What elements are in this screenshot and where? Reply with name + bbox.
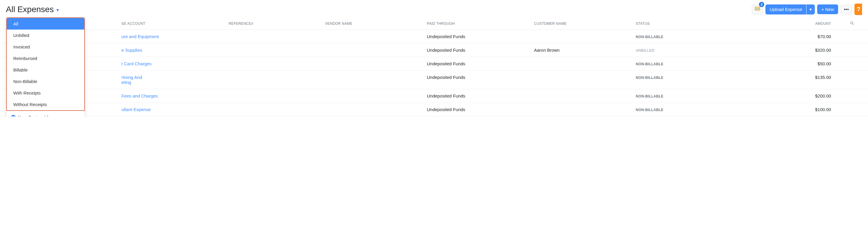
caret-down-icon: ▾ <box>809 7 812 12</box>
amount-cell: $70.00 <box>817 34 831 39</box>
amount-cell: $320.00 <box>815 47 831 53</box>
new-button[interactable]: + New <box>817 4 838 14</box>
amount-cell: $135.00 <box>815 75 831 80</box>
new-custom-view-button[interactable]: + New Custom View <box>6 111 85 116</box>
filter-item-unbilled[interactable]: Unbilled <box>7 30 84 41</box>
inbox-badge: 2 <box>759 2 764 7</box>
th-paid-through[interactable]: PAID THROUGH <box>423 18 530 30</box>
expense-account-link[interactable]: ure and Equipment <box>122 34 159 39</box>
filter-item-label: All <box>13 21 18 26</box>
table-row[interactable]: Fees and ChargesUndeposited FundsNON-BIL… <box>0 89 868 103</box>
filter-dropdown: AllUnbilledInvoicedReimbursedBillableNon… <box>6 17 85 116</box>
filter-item-without-receipts[interactable]: Without Receipts <box>7 99 84 110</box>
filter-item-label: Unbilled <box>13 33 29 38</box>
search-icon <box>850 22 854 26</box>
new-custom-view-label: New Custom View <box>18 114 54 116</box>
filter-item-label: Non-Billable <box>13 79 37 84</box>
status-badge: NON-BILLABLE <box>636 62 664 66</box>
paid-through-cell: Undeposited Funds <box>427 107 465 112</box>
paid-through-cell: Undeposited Funds <box>427 61 465 66</box>
page-title: All Expenses <box>6 5 54 14</box>
page-title-wrap[interactable]: All Expenses ▼ <box>6 5 60 14</box>
svg-line-1 <box>852 24 854 25</box>
amount-cell: $100.00 <box>815 107 831 112</box>
table-row[interactable]: ure and EquipmentUndeposited FundsNON-BI… <box>0 30 868 43</box>
filter-item-non-billable[interactable]: Non-Billable <box>7 76 84 87</box>
filter-dropdown-list: AllUnbilledInvoicedReimbursedBillableNon… <box>6 18 85 111</box>
upload-expense-label: Upload Expense <box>770 7 802 12</box>
filter-item-reimbursed[interactable]: Reimbursed <box>7 53 84 64</box>
more-button[interactable]: ••• <box>840 5 852 14</box>
toolbar: 2 Upload Expense ▾ + New ••• ? <box>752 4 862 15</box>
expense-account-link[interactable]: e Supplies <box>122 47 142 53</box>
status-badge: UNBILLED <box>636 48 655 53</box>
expense-account-link[interactable]: t Card Charges <box>122 61 152 66</box>
svg-point-0 <box>850 22 852 24</box>
filter-item-label: Without Receipts <box>13 102 47 107</box>
paid-through-cell: Undeposited Funds <box>427 47 465 53</box>
status-badge: NON-BILLABLE <box>636 76 664 80</box>
table-row[interactable]: ultant ExpenseUndeposited FundsNON-BILLA… <box>0 103 868 116</box>
filter-item-all[interactable]: All <box>7 18 84 30</box>
th-customer[interactable]: CUSTOMER NAME <box>530 18 632 30</box>
filter-item-label: Reimbursed <box>13 56 37 61</box>
status-badge: NON-BILLABLE <box>636 108 664 112</box>
th-amount[interactable]: AMOUNT <box>761 18 836 30</box>
new-label: New <box>825 7 834 12</box>
expense-account-link[interactable]: rtising Andeting <box>122 75 142 85</box>
help-icon: ? <box>857 6 860 12</box>
table-row[interactable]: e SuppliesUndeposited FundsAaron BrownUN… <box>0 43 868 57</box>
th-reference[interactable]: REFERENCE# <box>225 18 321 30</box>
expenses-table: SE ACCOUNT REFERENCE# VENDOR NAME PAID T… <box>0 18 868 116</box>
upload-dropdown-button[interactable]: ▾ <box>807 4 815 14</box>
th-expense-account[interactable]: SE ACCOUNT <box>118 18 225 30</box>
amount-cell: $200.00 <box>815 93 831 98</box>
paid-through-cell: Undeposited Funds <box>427 93 465 98</box>
ellipsis-icon: ••• <box>844 7 849 12</box>
expense-account-link[interactable]: Fees and Charges <box>122 93 158 98</box>
th-vendor[interactable]: VENDOR NAME <box>321 18 423 30</box>
status-badge: NON-BILLABLE <box>636 35 664 39</box>
th-status[interactable]: STATUS <box>632 18 761 30</box>
filter-item-label: With Receipts <box>13 91 41 95</box>
expense-account-link[interactable]: ultant Expense <box>122 107 151 112</box>
upload-expense-button[interactable]: Upload Expense <box>766 4 806 14</box>
amount-cell: $50.00 <box>817 61 831 66</box>
upload-split-button: Upload Expense ▾ <box>766 4 815 14</box>
table-row[interactable]: t Card ChargesUndeposited FundsNON-BILLA… <box>0 57 868 71</box>
inbox-wrap: 2 <box>752 4 763 14</box>
inbox-tray-icon <box>754 6 761 12</box>
customer-cell: Aaron Brown <box>534 47 560 53</box>
filter-item-billable[interactable]: Billable <box>7 64 84 76</box>
filter-item-invoiced[interactable]: Invoiced <box>7 41 84 53</box>
paid-through-cell: Undeposited Funds <box>427 34 465 39</box>
plus-icon: + <box>821 7 824 12</box>
filter-item-label: Invoiced <box>13 44 30 49</box>
table-body: ure and EquipmentUndeposited FundsNON-BI… <box>0 30 868 116</box>
help-button[interactable]: ? <box>855 4 862 15</box>
plus-circle-icon: + <box>11 115 16 117</box>
th-search[interactable] <box>836 18 868 30</box>
filter-item-label: Billable <box>13 67 28 72</box>
chevron-down-icon: ▼ <box>56 8 60 12</box>
table-row[interactable]: rtising AndetingUndeposited FundsNON-BIL… <box>0 71 868 89</box>
filter-item-with-receipts[interactable]: With Receipts <box>7 87 84 99</box>
status-badge: NON-BILLABLE <box>636 94 664 98</box>
paid-through-cell: Undeposited Funds <box>427 75 465 80</box>
